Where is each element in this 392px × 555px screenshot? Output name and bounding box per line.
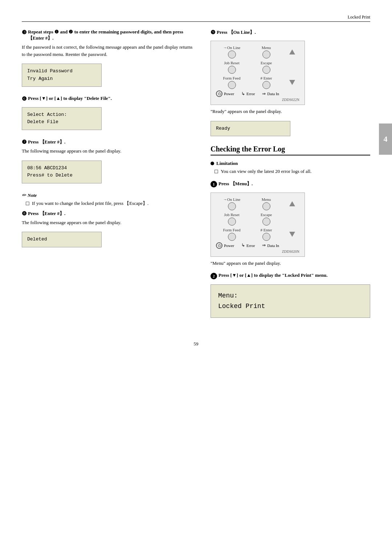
form-feed-group: Form Feed — [216, 76, 248, 89]
step-7-body: The following message appears on the pan… — [22, 147, 196, 155]
note-checkbox: ☐ — [25, 200, 30, 207]
p2-escape-btn[interactable] — [262, 218, 270, 226]
error-step-2-num: 2 — [211, 273, 217, 279]
on-line-label: →On Line — [223, 45, 240, 50]
printer-panel-2: →On Line Menu Job Reset — [211, 193, 305, 257]
p2-error-group: ↳ Error — [241, 243, 255, 248]
enter-label: # Enter — [260, 76, 272, 80]
note-icon: ✏ — [22, 192, 26, 198]
header-title: Locked Print — [348, 15, 370, 20]
error-step-2-heading: 2 Press [▼] or [▲] to display the "Locke… — [211, 272, 370, 279]
p2-enter-btn[interactable] — [262, 233, 270, 241]
p2-on-line-label: →On Line — [223, 197, 240, 202]
p2-up-arrow-group — [285, 201, 299, 206]
escape-btn[interactable] — [262, 66, 270, 74]
error-step-1-block: 1 Press 【Menu】. →On Line Menu — [211, 181, 370, 267]
p2-form-feed-group: Form Feed — [216, 228, 248, 241]
p2-escape-label: Escape — [261, 212, 272, 217]
step-3-block: ❸ Repeat steps ❶ and ❷ to enter the rema… — [22, 29, 196, 90]
step-7-num: ❼ — [22, 139, 26, 145]
step-8-body: The following message appears on the pan… — [22, 219, 196, 226]
step-3-body: If the password is not correct, the foll… — [22, 44, 196, 58]
p2-power-icon[interactable]: ⏻ — [216, 242, 222, 249]
p2-job-reset-btn[interactable] — [228, 218, 236, 226]
error-label: Error — [246, 92, 255, 96]
p2-job-reset-label: Job Reset — [224, 212, 239, 217]
step-9-lcd: Ready — [211, 121, 290, 137]
p2-datain-label: Data In — [267, 243, 279, 248]
step-8-num: ❽ — [22, 210, 26, 217]
error-step-1-num: 1 — [211, 181, 217, 187]
up-arrow-icon[interactable] — [289, 49, 295, 54]
p2-error-label: Error — [246, 243, 255, 248]
menu-btn[interactable] — [262, 50, 270, 58]
p2-menu-label: Menu — [262, 197, 271, 202]
p2-error-arrow-icon: ↳ — [241, 243, 245, 248]
right-column: ❾ Press 【On Line】. →On Line M — [211, 29, 370, 327]
panel-1-bottom: ⏻ Power ↳ Error ⇒ Data In — [216, 90, 299, 97]
datain-arrow-icon: ⇒ — [262, 91, 266, 97]
step-3-heading: ❸ Repeat steps ❶ and ❷ to enter the rema… — [22, 29, 196, 41]
step-3-lcd: Invalid PasswordTry Again — [22, 64, 102, 87]
panel-2-ref: ZDDS020N — [216, 250, 299, 254]
panel-1-grid: →On Line Menu — [216, 45, 299, 89]
p2-down-arrow-icon[interactable] — [289, 232, 295, 237]
header: Locked Print — [22, 15, 370, 22]
step-8-heading: ❽ Press 【Enter #】. — [22, 210, 196, 217]
panel-1-ref: ZDDS022N — [216, 98, 299, 102]
p2-menu-group: Menu — [250, 197, 282, 210]
on-line-btn[interactable] — [228, 50, 236, 58]
job-reset-btn[interactable] — [228, 66, 236, 74]
up-arrow-group — [285, 49, 299, 54]
left-column: ❸ Repeat steps ❶ and ❷ to enter the rema… — [22, 29, 196, 327]
enter-btn[interactable] — [262, 81, 270, 89]
page-number: 59 — [22, 341, 370, 347]
step-7-text: Press 【Enter #】. — [28, 139, 65, 145]
menu-label: Menu — [262, 45, 271, 50]
p2-up-arrow-icon[interactable] — [289, 201, 295, 206]
p2-datain-group: ⇒ Data In — [262, 243, 279, 248]
step-6-heading: ❻ Press [▼] or [▲] to display "Delete Fi… — [22, 96, 196, 102]
job-reset-label: Job Reset — [224, 61, 239, 65]
power-icon[interactable]: ⏻ — [216, 90, 222, 97]
step-8-block: ❽ Press 【Enter #】. The following message… — [22, 210, 196, 250]
tab-marker: 4 — [379, 123, 392, 155]
error-group: ↳ Error — [241, 91, 255, 97]
form-feed-btn[interactable] — [228, 81, 236, 89]
p2-form-feed-btn[interactable] — [228, 233, 236, 241]
p2-menu-btn[interactable] — [262, 202, 270, 210]
panel-2-bottom: ⏻ Power ↳ Error ⇒ Data In — [216, 242, 299, 249]
step-8-lcd: Deleted — [22, 232, 102, 247]
limitation-title: Limitation — [211, 161, 370, 166]
error-step-1-body: "Menu" appears on the panel display. — [211, 260, 370, 267]
p2-on-line-group: →On Line — [216, 197, 248, 210]
escape-group: Escape — [250, 61, 282, 74]
step-7-lcd: 08:56 ABCD1234Press# to Delete — [22, 161, 102, 184]
step-9-num: ❾ — [211, 29, 215, 36]
on-line-group: →On Line — [216, 45, 248, 58]
limitation-block: Limitation ☐ You can view only the lates… — [211, 161, 370, 175]
p2-datain-arrow-icon: ⇒ — [262, 243, 266, 248]
printer-panel-1: →On Line Menu — [211, 41, 305, 105]
step-9-block: ❾ Press 【On Line】. →On Line M — [211, 29, 370, 139]
limitation-checkbox: ☐ — [214, 168, 219, 175]
datain-label: Data In — [267, 92, 279, 96]
menu-group: Menu — [250, 45, 282, 58]
p2-on-line-btn[interactable] — [228, 202, 236, 210]
step-6-num: ❻ — [22, 96, 26, 102]
step-9-body: "Ready" appears on the panel display. — [211, 108, 370, 115]
panel-1-wrapper: →On Line Menu — [211, 38, 370, 108]
step-9-text: Press 【On Line】. — [217, 29, 256, 36]
limitation-text-row: ☐ You can view only the latest 20 error … — [214, 168, 370, 175]
escape-label: Escape — [261, 61, 272, 65]
p2-down-arrow-group — [285, 232, 299, 237]
step-8-text: Press 【Enter #】. — [28, 210, 65, 217]
panel-2-grid: →On Line Menu Job Reset — [216, 197, 299, 241]
down-arrow-icon[interactable] — [289, 80, 295, 85]
step-6-block: ❻ Press [▼] or [▲] to display "Delete Fi… — [22, 96, 196, 133]
down-arrow-group — [285, 80, 299, 85]
power-label: Power — [224, 92, 234, 96]
error-step-2-lcd: Menu:Locked Print — [211, 284, 370, 318]
step-9-heading: ❾ Press 【On Line】. — [211, 29, 370, 36]
panel-2-wrapper: →On Line Menu Job Reset — [211, 190, 370, 260]
